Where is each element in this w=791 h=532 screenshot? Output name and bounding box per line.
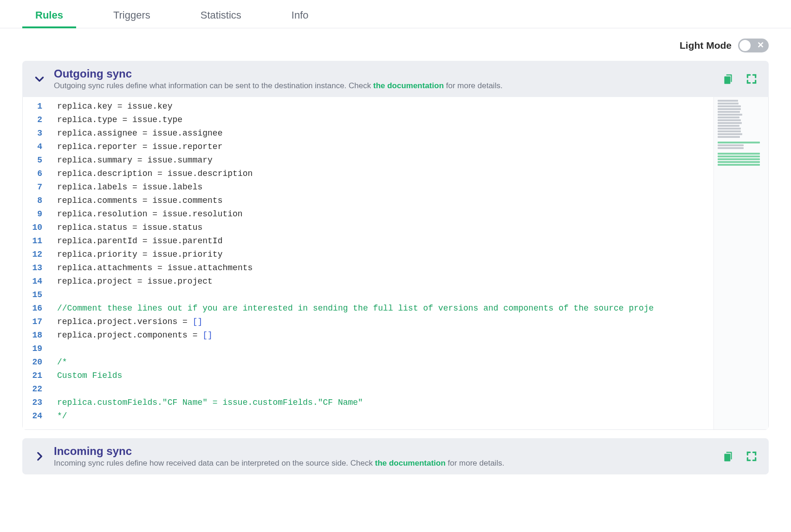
light-mode-label: Light Mode: [680, 40, 732, 51]
toggle-knob: [739, 40, 751, 51]
line-number: 24: [23, 409, 45, 423]
code-line[interactable]: replica.customFields."CF Name" = issue.c…: [57, 396, 713, 409]
code-line[interactable]: replica.resolution = issue.resolution: [57, 208, 713, 221]
code-line[interactable]: */: [57, 409, 713, 423]
code-line[interactable]: replica.comments = issue.comments: [57, 194, 713, 208]
code-line[interactable]: replica.description = issue.description: [57, 167, 713, 181]
line-number: 18: [23, 329, 45, 342]
outgoing-editor[interactable]: 123456789101112131415161718192021222324 …: [22, 97, 769, 430]
code-line[interactable]: replica.project.components = []: [57, 329, 713, 342]
chevron-down-icon[interactable]: [33, 73, 45, 85]
incoming-sync-panel: Incoming sync Incoming sync rules define…: [22, 438, 769, 474]
line-number: 1: [23, 100, 45, 113]
outgoing-sync-panel: Outgoing sync Outgoing sync rules define…: [22, 61, 769, 430]
line-number: 21: [23, 369, 45, 383]
editor-toolbar: Light Mode ✕: [0, 28, 791, 57]
line-number: 10: [23, 221, 45, 234]
code-line[interactable]: //Comment these lines out if you are int…: [57, 302, 713, 315]
line-number: 9: [23, 208, 45, 221]
code-line[interactable]: replica.key = issue.key: [57, 100, 713, 113]
fullscreen-icon[interactable]: [746, 73, 758, 85]
line-number: 3: [23, 127, 45, 140]
line-number: 23: [23, 396, 45, 409]
code-line[interactable]: replica.attachments = issue.attachments: [57, 261, 713, 275]
code-line[interactable]: replica.summary = issue.summary: [57, 154, 713, 167]
outgoing-sync-header[interactable]: Outgoing sync Outgoing sync rules define…: [22, 61, 769, 97]
outgoing-sync-title: Outgoing sync: [54, 67, 714, 80]
line-number: 4: [23, 140, 45, 154]
line-number: 7: [23, 181, 45, 194]
line-number: 12: [23, 248, 45, 261]
code-line[interactable]: replica.priority = issue.priority: [57, 248, 713, 261]
incoming-doc-link[interactable]: the documentation: [375, 459, 446, 467]
incoming-sub-post: for more details.: [446, 459, 505, 467]
line-number: 20: [23, 356, 45, 369]
code-line[interactable]: [57, 342, 713, 356]
code-line[interactable]: /*: [57, 356, 713, 369]
code-line[interactable]: replica.assignee = issue.assignee: [57, 127, 713, 140]
code-line[interactable]: [57, 288, 713, 302]
tab-statistics[interactable]: Statistics: [188, 4, 254, 28]
line-number: 14: [23, 275, 45, 288]
line-number: 5: [23, 154, 45, 167]
copy-icon[interactable]: [722, 73, 734, 85]
line-number: 15: [23, 288, 45, 302]
line-gutter: 123456789101112131415161718192021222324: [23, 97, 50, 429]
fullscreen-icon[interactable]: [746, 450, 758, 462]
line-number: 13: [23, 261, 45, 275]
incoming-sub-pre: Incoming sync rules define how received …: [54, 459, 375, 467]
code-line[interactable]: Custom Fields: [57, 369, 713, 383]
line-number: 16: [23, 302, 45, 315]
line-number: 11: [23, 234, 45, 248]
incoming-sync-subtitle: Incoming sync rules define how received …: [54, 459, 714, 468]
outgoing-sync-subtitle: Outgoing sync rules define what informat…: [54, 81, 714, 91]
tab-bar: Rules Triggers Statistics Info: [0, 0, 791, 28]
code-line[interactable]: replica.status = issue.status: [57, 221, 713, 234]
minimap[interactable]: [713, 97, 768, 429]
code-line[interactable]: [57, 383, 713, 396]
code-line[interactable]: replica.parentId = issue.parentId: [57, 234, 713, 248]
code-line[interactable]: replica.project = issue.project: [57, 275, 713, 288]
outgoing-sub-post: for more details.: [444, 81, 503, 90]
code-line[interactable]: replica.project.versions = []: [57, 315, 713, 329]
light-mode-toggle[interactable]: ✕: [738, 39, 769, 52]
outgoing-sub-pre: Outgoing sync rules define what informat…: [54, 81, 373, 90]
incoming-sync-header[interactable]: Incoming sync Incoming sync rules define…: [22, 438, 769, 474]
line-number: 22: [23, 383, 45, 396]
incoming-sync-title: Incoming sync: [54, 445, 714, 458]
close-icon: ✕: [757, 40, 764, 50]
line-number: 2: [23, 113, 45, 127]
code-line[interactable]: replica.type = issue.type: [57, 113, 713, 127]
tab-rules[interactable]: Rules: [22, 4, 76, 28]
copy-icon[interactable]: [722, 450, 734, 462]
chevron-right-icon[interactable]: [33, 450, 45, 462]
line-number: 19: [23, 342, 45, 356]
tab-info[interactable]: Info: [279, 4, 322, 28]
code-line[interactable]: replica.labels = issue.labels: [57, 181, 713, 194]
line-number: 17: [23, 315, 45, 329]
line-number: 6: [23, 167, 45, 181]
line-number: 8: [23, 194, 45, 208]
tab-triggers[interactable]: Triggers: [100, 4, 163, 28]
outgoing-doc-link[interactable]: the documentation: [373, 81, 444, 90]
code-area[interactable]: replica.key = issue.keyreplica.type = is…: [50, 97, 713, 429]
code-line[interactable]: replica.reporter = issue.reporter: [57, 140, 713, 154]
